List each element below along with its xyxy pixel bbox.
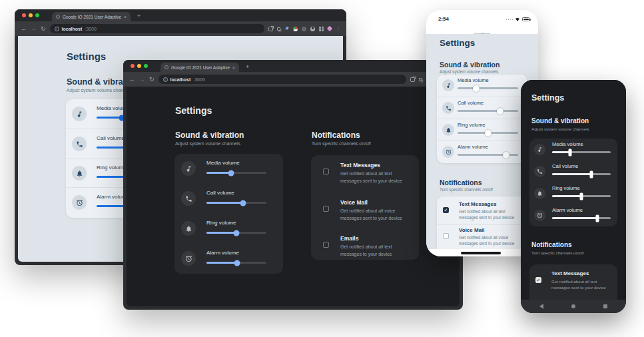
- bell-icon: [534, 188, 545, 199]
- call-volume-slider[interactable]: [552, 173, 611, 175]
- forward-button[interactable]: →: [139, 77, 145, 83]
- share-icon[interactable]: [410, 77, 415, 82]
- share-icon[interactable]: [268, 27, 273, 31]
- android-nav-bar: [521, 300, 626, 313]
- text-messages-checkbox[interactable]: ✓: [443, 207, 449, 213]
- phone-dark: Settings Sound & vibration Adjust system…: [521, 80, 626, 313]
- slider-thumb[interactable]: [234, 260, 240, 266]
- slider-thumb[interactable]: [589, 170, 593, 178]
- traffic-lights: [131, 64, 148, 68]
- browser-tab[interactable]: Google IO 2021 User Adaptive ×: [52, 12, 131, 21]
- minimize-window-button[interactable]: [137, 64, 141, 68]
- slider-thumb[interactable]: [595, 214, 599, 222]
- site-info-icon[interactable]: i: [55, 27, 59, 31]
- slider-thumb[interactable]: [503, 152, 509, 159]
- bookmark-star-icon[interactable]: ★: [284, 26, 289, 31]
- tab-groups-icon[interactable]: [419, 78, 422, 81]
- address-bar[interactable]: i localhost :3000: [159, 75, 406, 84]
- notification-title: Emails: [340, 235, 358, 242]
- text-messages-checkbox[interactable]: ✓: [535, 277, 541, 283]
- new-tab-button[interactable]: +: [246, 64, 249, 70]
- forward-button[interactable]: →: [31, 26, 37, 32]
- extension-beta-icon[interactable]: [293, 27, 298, 31]
- browser-toolbar: ← → ↻ i localhost :3000 ★: [123, 72, 463, 87]
- slider-label: Call volume: [206, 190, 234, 196]
- zoom-window-button[interactable]: [144, 64, 148, 68]
- home-nav-icon[interactable]: [571, 304, 575, 308]
- emails-row[interactable]: ✓ Emails Get notified about all text mes…: [311, 232, 419, 259]
- emails-checkbox[interactable]: ✓: [323, 242, 329, 248]
- minimize-window-button[interactable]: [29, 13, 33, 17]
- browser-menu-icon[interactable]: ⋮: [336, 26, 340, 31]
- reload-button[interactable]: ↻: [41, 26, 46, 32]
- media-volume-slider[interactable]: [458, 87, 518, 89]
- window-titlebar[interactable]: Google IO 2021 User Adaptive × +: [15, 9, 346, 21]
- slider-thumb[interactable]: [234, 230, 240, 236]
- notification-description: Get notified about all text messages to …: [340, 244, 411, 258]
- ring-volume-slider[interactable]: [552, 195, 611, 197]
- slider-thumb[interactable]: [240, 200, 246, 206]
- ring-volume-row: Ring volume: [174, 214, 283, 244]
- extension-person-icon[interactable]: [310, 27, 315, 31]
- slider-thumb[interactable]: [497, 108, 503, 115]
- voice-mail-row[interactable]: ✓ Voice Mail Get notified about all voic…: [311, 196, 419, 231]
- voice-mail-checkbox[interactable]: ✓: [323, 206, 329, 212]
- text-messages-row[interactable]: ✓ Text Messages Get notified about all t…: [311, 159, 419, 194]
- browser-tab[interactable]: Google IO 2021 User Adaptive ×: [161, 63, 239, 72]
- call-volume-slider[interactable]: [206, 202, 266, 204]
- sound-section-subtitle: Adjust system volume channels: [440, 69, 498, 74]
- slider-thumb[interactable]: [580, 192, 583, 200]
- back-button[interactable]: ←: [129, 77, 135, 83]
- close-window-button[interactable]: [22, 13, 26, 17]
- page-title: Settings: [531, 93, 564, 103]
- call-volume-slider[interactable]: [458, 110, 518, 112]
- notification-description: Get notified about all text messages sen…: [459, 208, 523, 221]
- ring-volume-slider[interactable]: [206, 232, 266, 234]
- media-volume-row: Media volume: [174, 154, 283, 184]
- voice-mail-checkbox[interactable]: ✓: [443, 233, 449, 239]
- call-volume-row: Call volume: [174, 184, 283, 214]
- extension-ghost-icon[interactable]: [302, 27, 306, 31]
- text-messages-checkbox[interactable]: ✓: [323, 168, 329, 174]
- back-button[interactable]: ←: [21, 26, 27, 32]
- tab-title: Google IO 2021 User Adaptive: [171, 65, 230, 70]
- sound-section-heading: Sound & vibration: [440, 61, 499, 69]
- toolbar-icons: ★ ⋮: [268, 26, 340, 31]
- notification-title: Voice Mail: [459, 227, 485, 233]
- alarm-volume-row: Alarm volume: [437, 141, 527, 163]
- status-bar: 2:54: [426, 10, 538, 26]
- media-volume-slider[interactable]: [552, 151, 611, 153]
- close-window-button[interactable]: [131, 64, 135, 68]
- profile-avatar[interactable]: [327, 26, 332, 31]
- new-tab-button[interactable]: +: [137, 13, 141, 19]
- tab-groups-icon[interactable]: [277, 27, 280, 31]
- window-titlebar[interactable]: Google IO 2021 User Adaptive × +: [123, 60, 463, 72]
- back-nav-icon[interactable]: [539, 304, 543, 309]
- alarm-volume-slider[interactable]: [552, 217, 611, 219]
- media-volume-slider[interactable]: [206, 172, 266, 174]
- site-info-icon[interactable]: i: [163, 77, 168, 82]
- extension-grid-icon[interactable]: [319, 27, 324, 31]
- ring-volume-row: Ring volume: [437, 119, 527, 141]
- recents-nav-icon[interactable]: [603, 304, 607, 308]
- text-messages-row[interactable]: ✓ Text Messages Get notified about all t…: [529, 268, 617, 295]
- slider-thumb[interactable]: [228, 170, 234, 176]
- slider-fill: [552, 217, 597, 219]
- tab-close-icon[interactable]: ×: [232, 65, 235, 70]
- mobile-address-bar[interactable]: localhost: [426, 26, 538, 34]
- home-indicator[interactable]: [461, 252, 501, 254]
- text-messages-row[interactable]: ✓ Text Messages Get notified about all t…: [437, 199, 527, 224]
- ring-volume-slider[interactable]: [458, 132, 518, 134]
- notifications-section-subtitle: Turn specific channels on/off: [440, 187, 493, 192]
- slider-thumb[interactable]: [485, 130, 491, 137]
- tab-close-icon[interactable]: ×: [124, 15, 127, 19]
- alarm-volume-slider[interactable]: [206, 262, 266, 264]
- address-bar[interactable]: i localhost :3000: [50, 24, 264, 33]
- wifi-icon: [515, 17, 520, 22]
- reload-button[interactable]: ↻: [149, 77, 155, 83]
- slider-thumb[interactable]: [473, 85, 480, 92]
- zoom-window-button[interactable]: [35, 13, 39, 17]
- slider-thumb[interactable]: [569, 149, 572, 156]
- voice-mail-row[interactable]: ✓ Voice Mail Get notified about all voic…: [437, 224, 527, 250]
- alarm-volume-slider[interactable]: [458, 154, 518, 156]
